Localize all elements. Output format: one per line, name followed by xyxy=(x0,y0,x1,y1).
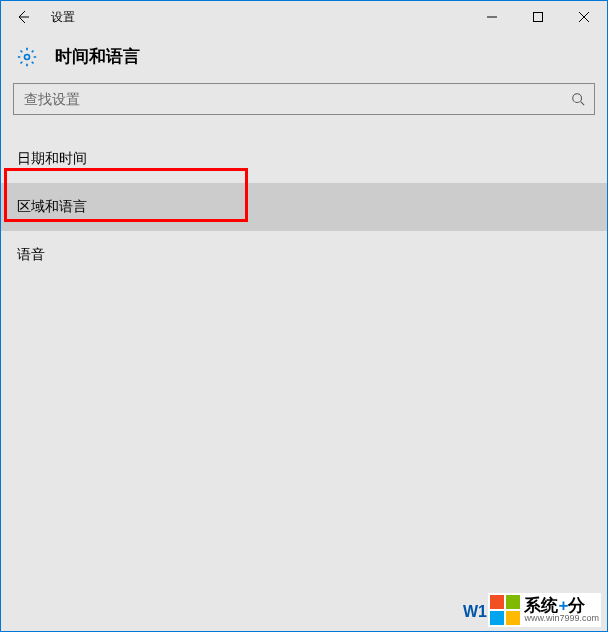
nav-item-region-language[interactable]: 区域和语言 xyxy=(1,183,607,231)
back-button[interactable] xyxy=(1,1,45,33)
watermark: 系统+分 www.win7999.com xyxy=(488,593,601,627)
gear-icon xyxy=(17,47,37,67)
titlebar: 设置 xyxy=(1,1,607,33)
logo-square-yellow xyxy=(506,611,520,625)
nav-item-label: 日期和时间 xyxy=(17,150,87,168)
arrow-left-icon xyxy=(15,9,31,25)
window-title: 设置 xyxy=(45,9,75,26)
nav-list: 日期和时间 区域和语言 语音 xyxy=(1,135,607,279)
search-box[interactable] xyxy=(13,83,595,115)
nav-item-label: 区域和语言 xyxy=(17,198,87,216)
svg-rect-2 xyxy=(534,13,543,22)
search-input[interactable] xyxy=(14,91,562,107)
corner-text: W1 xyxy=(463,603,487,621)
watermark-logo-icon xyxy=(490,595,520,625)
close-button[interactable] xyxy=(561,1,607,33)
search-row xyxy=(1,83,607,135)
maximize-icon xyxy=(533,12,543,22)
logo-square-green xyxy=(506,595,520,609)
settings-window: 设置 时间和语言 xyxy=(0,0,608,632)
window-controls xyxy=(469,1,607,33)
nav-item-date-time[interactable]: 日期和时间 xyxy=(1,135,607,183)
svg-point-6 xyxy=(573,94,582,103)
page-title: 时间和语言 xyxy=(55,45,140,68)
maximize-button[interactable] xyxy=(515,1,561,33)
nav-item-label: 语音 xyxy=(17,246,45,264)
page-header: 时间和语言 xyxy=(1,33,607,83)
minimize-icon xyxy=(487,12,497,22)
watermark-url: www.win7999.com xyxy=(524,614,599,623)
logo-square-red xyxy=(490,595,504,609)
logo-square-blue xyxy=(490,611,504,625)
watermark-main-text: 系统+分 xyxy=(524,597,599,614)
watermark-text: 系统+分 www.win7999.com xyxy=(524,597,599,623)
svg-point-5 xyxy=(25,54,30,59)
close-icon xyxy=(579,12,589,22)
nav-item-speech[interactable]: 语音 xyxy=(1,231,607,279)
minimize-button[interactable] xyxy=(469,1,515,33)
search-icon[interactable] xyxy=(562,84,594,114)
svg-line-7 xyxy=(581,102,585,106)
